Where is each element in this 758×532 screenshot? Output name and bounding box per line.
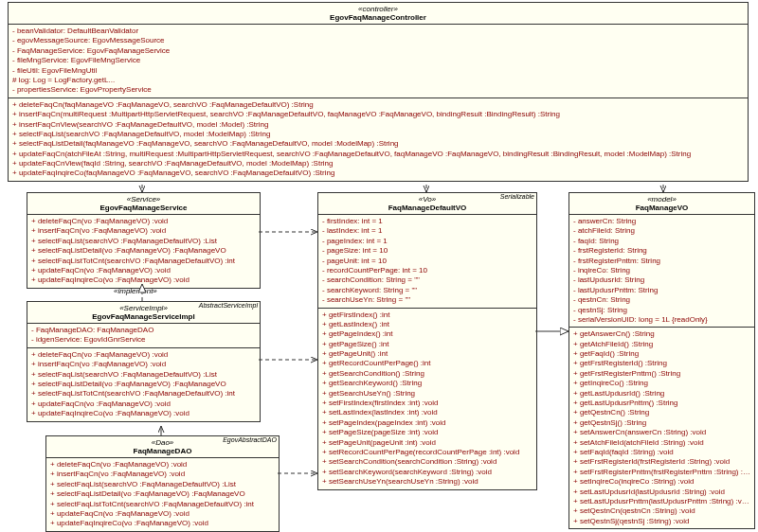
member: insertFaqCn(vo :FaqManageVO) :void	[31, 226, 256, 236]
member: updateFaqCn(vo :FaqManageVO) :void	[31, 399, 256, 409]
member: getPageIndex() :int	[322, 329, 532, 339]
member: setRecordCountPerPage(recordCountPerPage…	[322, 448, 532, 457]
member: getFaqId() :String	[573, 349, 750, 359]
member: setQestnSj(qestnSj :String) :void	[573, 517, 750, 526]
member: insertFaqCnView(searchVO :FaqManageDefau…	[12, 120, 744, 130]
member: getFrstRegisterId() :String	[573, 359, 750, 368]
stereotype: «Dao»	[152, 438, 174, 447]
member: getPageSize() :int	[322, 340, 532, 349]
member: faqId: String	[573, 237, 750, 246]
member: getFrstRegisterPnttm() :String	[573, 369, 750, 379]
ops-section: deleteFaqCn(vo :FaqManageVO) :voidinsert…	[46, 458, 279, 531]
member: pageUnit: int = 10	[322, 257, 532, 266]
interface-label: EgovAbstractDAO	[220, 435, 280, 444]
member: getLastUpdusrPnttm() :String	[573, 399, 750, 408]
class-name: EgovFaqManageServiceImpl	[92, 312, 194, 321]
stereotype: «Service»	[127, 195, 161, 204]
member: serialVersionUID: long = 1L {readOnly}	[573, 315, 750, 325]
member: setPageSize(pageSize :int) :void	[322, 428, 532, 437]
member: updateFaqCn(vo :FaqManageVO) :void	[31, 266, 256, 275]
member: lastUpdusrId: String	[573, 275, 750, 285]
member: selectFaqListDetail(vo :FaqManageVO) :Fa…	[50, 489, 275, 499]
member: deleteFaqCn(vo :FaqManageVO) :void	[50, 460, 275, 470]
member: updateFaqCn(vo :FaqManageVO) :void	[50, 509, 275, 519]
member: getInqireCo() :String	[573, 379, 750, 388]
member: propertiesService: EgovPropertyService	[12, 85, 744, 95]
attrs-section: FaqManageDAO: FaqManageDAOidgenService: …	[27, 324, 260, 348]
member: setInqireCo(inqireCo :String) :void	[573, 477, 750, 487]
member: selectFaqListTotCnt(searchVO :FaqManageD…	[31, 389, 256, 399]
member: lastUpdusrPnttm: String	[573, 286, 750, 295]
member: deleteFaqCn(vo :FaqManageVO) :void	[31, 217, 256, 226]
member: setSearchCondition(searchCondition :Stri…	[322, 457, 532, 467]
attrs-section: beanValidator: DefaultBeanValidatoregovM…	[9, 25, 748, 98]
member: setFaqId(faqId :String) :void	[573, 448, 750, 457]
ops-section: deleteFaqCn(faqManageVO :FaqManageVO, se…	[9, 98, 748, 181]
member: deleteFaqCn(faqManageVO :FaqManageVO, se…	[12, 100, 744, 110]
member: lastIndex: int = 1	[322, 226, 532, 236]
member: getLastUpdusrId() :String	[573, 389, 750, 399]
member: setAtchFileId(atchFileId :String) :void	[573, 438, 750, 448]
member: setFrstRegisterId(frstRegisterId :String…	[573, 457, 750, 467]
member: selectFaqList(searchVO :FaqManageDefault…	[31, 237, 256, 246]
class-controller: «controller»EgovFaqManageController bean…	[8, 2, 749, 182]
member: updateFaqInqireCo(faqManageVO :FaqManage…	[12, 168, 744, 178]
class-model: «model»FaqManageVO answerCn: StringatchF…	[568, 192, 755, 529]
member: frstRegisterPnttm: String	[573, 257, 750, 266]
member: searchKeyword: String = ""	[322, 286, 532, 295]
member: log: Log = LogFactory.getL...	[12, 76, 744, 85]
member: insertFaqCn(vo :FaqManageVO) :void	[50, 470, 275, 479]
attrs-section: firstIndex: int = 1lastIndex: int = 1pag…	[318, 215, 536, 309]
stereotype: «Vo»	[419, 195, 436, 204]
member: pageIndex: int = 1	[322, 237, 532, 246]
class-dao: EgovAbstractDAO «Dao»FaqManageDAO delete…	[45, 435, 280, 532]
member: updateFaqInqireCo(vo :FaqManageVO) :void	[31, 409, 256, 418]
member: setFirstIndex(firstIndex :int) :void	[322, 399, 532, 408]
member: getRecordCountPerPage() :int	[322, 359, 532, 368]
implement-label: «implement»	[114, 287, 157, 295]
class-serviceimpl: AbstractServiceImpl «ServiceImpl»EgovFaq…	[27, 301, 261, 422]
member: insertFaqCn(vo :FaqManageVO) :void	[31, 360, 256, 369]
ops-section: deleteFaqCn(vo :FaqManageVO) :voidinsert…	[27, 215, 260, 288]
member: setLastUpdusrId(lastUpdusrId :String) :v…	[573, 488, 750, 497]
ops-section: getAnswerCn() :StringgetAtchFileId() :St…	[569, 328, 754, 528]
ops-section: getFirstIndex() :intgetLastIndex() :intg…	[318, 309, 536, 489]
member: getSearchUseYn() :String	[322, 389, 532, 399]
member: firstIndex: int = 1	[322, 217, 532, 226]
member: recordCountPerPage: int = 10	[322, 266, 532, 275]
member: selectFaqListTotCnt(searchVO :FaqManageD…	[31, 257, 256, 266]
attrs-section: answerCn: StringatchFileId: StringfaqId:…	[569, 215, 754, 328]
member: getAnswerCn() :String	[573, 329, 750, 339]
member: setSearchUseYn(searchUseYn :String) :voi…	[322, 477, 532, 487]
member: setFrstRegisterPnttm(frstRegisterPnttm :…	[573, 468, 750, 477]
member: FaqManageService: EgovFaqManageService	[12, 46, 744, 56]
member: searchCondition: String = ""	[322, 275, 532, 285]
class-service: «Service»EgovFaqManageService deleteFaqC…	[27, 192, 261, 289]
stereotype: «ServiceImpl»	[119, 304, 168, 312]
member: fileUtil: EgovFileMngUtil	[12, 66, 744, 76]
member: getLastIndex() :int	[322, 320, 532, 329]
member: getPageUnit() :int	[322, 349, 532, 359]
member: getSearchCondition() :String	[322, 369, 532, 379]
member: selectFaqList(searchVO :FaqManageDefault…	[31, 370, 256, 380]
member: updateFaqCnView(faqId :String, searchVO …	[12, 159, 744, 168]
member: atchFileId: String	[573, 226, 750, 236]
member: idgenService: EgovIdGnrService	[31, 335, 256, 345]
class-name: EgovFaqManageController	[330, 13, 426, 22]
class-name: FaqManageDAO	[134, 447, 192, 455]
member: getAtchFileId() :String	[573, 340, 750, 349]
member: selectFaqList(searchVO :FaqManageDefault…	[50, 480, 275, 489]
member: selectFaqListDetail(vo :FaqManageVO) :Fa…	[31, 246, 256, 256]
member: answerCn: String	[573, 217, 750, 226]
member: setPageUnit(pageUnit :int) :void	[322, 438, 532, 448]
member: setSearchKeyword(searchKeyword :String) …	[322, 468, 532, 477]
class-name: EgovFaqManageService	[99, 204, 187, 212]
member: setQestnCn(qestnCn :String) :void	[573, 506, 750, 516]
member: deleteFaqCn(vo :FaqManageVO) :void	[31, 350, 256, 360]
member: setPageIndex(pageIndex :int) :void	[322, 418, 532, 428]
ops-section: deleteFaqCn(vo :FaqManageVO) :voidinsert…	[27, 348, 260, 421]
member: setLastUpdusrPnttm(lastUpdusrPnttm :Stri…	[573, 497, 750, 506]
member: getQestnSj() :String	[573, 418, 750, 428]
member: fileMngService: EgovFileMngService	[12, 56, 744, 65]
class-name: FaqManageVO	[636, 204, 689, 212]
